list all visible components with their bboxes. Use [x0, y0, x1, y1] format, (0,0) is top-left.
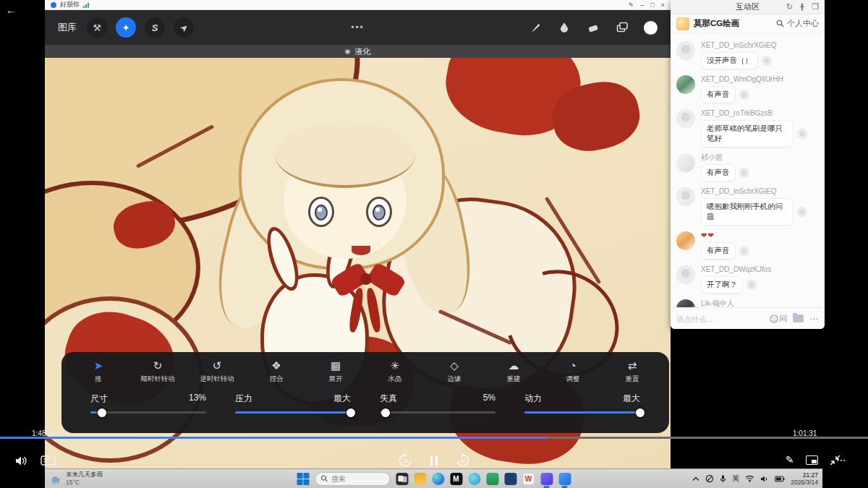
start-button[interactable] — [297, 473, 309, 485]
pip-icon[interactable] — [806, 455, 818, 465]
app-green-icon[interactable] — [486, 473, 498, 485]
player-more-icon[interactable]: ⋯ — [836, 454, 847, 466]
transform-arrow-icon[interactable]: ➤ — [174, 17, 194, 38]
wps-office-icon[interactable]: W — [522, 473, 535, 485]
liquify-tool-twirl-ccw[interactable]: ↺逆时针转动 — [196, 359, 238, 384]
do-not-disturb-icon[interactable] — [705, 474, 714, 483]
artwork-shape — [352, 246, 370, 255]
channel-avatar[interactable] — [676, 17, 689, 30]
video-progress-bar[interactable] — [0, 437, 868, 439]
brush-icon[interactable] — [528, 20, 542, 35]
pause-button[interactable] — [430, 455, 438, 466]
emoji-react-icon[interactable]: ☺ — [739, 90, 749, 100]
slider-knob[interactable] — [346, 408, 355, 417]
app-purple-running-icon[interactable] — [540, 473, 553, 485]
search-icon — [320, 475, 328, 482]
gallery-button[interactable]: 图库 — [58, 21, 77, 34]
avatar[interactable] — [676, 109, 695, 128]
app-navy-icon[interactable] — [504, 473, 516, 485]
refresh-icon[interactable]: ↻ — [786, 2, 793, 12]
momentum-slider[interactable]: 动力最大 — [524, 393, 640, 414]
emoji-react-icon[interactable]: ☺ — [739, 168, 749, 178]
maximize-button[interactable]: □ — [650, 1, 654, 9]
eraser-icon[interactable] — [586, 20, 600, 35]
avatar[interactable] — [676, 75, 695, 94]
toolbar-drag-dots[interactable]: ••• — [351, 22, 365, 33]
artwork-shape — [360, 273, 372, 285]
actions-wrench-icon[interactable]: ⚒ — [87, 17, 107, 38]
layers-icon[interactable] — [615, 20, 629, 35]
liquify-tool-reset[interactable]: ⇄重置 — [611, 359, 653, 384]
quark-browser-icon[interactable] — [468, 473, 480, 485]
clock-time: 21:27 — [791, 471, 818, 479]
danmaku-icon[interactable] — [41, 455, 56, 467]
liquify-tool-twirl-cw[interactable]: ↻顺时针转动 — [137, 359, 179, 384]
chat-input-bar: 问 ⋯ — [671, 307, 825, 329]
color-swatch[interactable] — [644, 21, 658, 35]
forward-30-icon[interactable]: 30 — [455, 453, 471, 468]
taskbar-clock[interactable]: 21:27 2026/3/14 — [791, 471, 818, 486]
minimize-button[interactable]: – — [640, 1, 644, 9]
avatar[interactable] — [676, 231, 695, 250]
message-username: 祁小苗 — [701, 153, 819, 162]
liquify-tool-expand[interactable]: ▦展开 — [315, 359, 357, 384]
microphone-icon[interactable] — [720, 474, 726, 483]
taskbar-search[interactable] — [315, 472, 390, 486]
avatar[interactable] — [676, 187, 695, 206]
close-button[interactable]: × — [661, 1, 665, 9]
profile-link[interactable]: 个人中心 — [787, 18, 819, 29]
app-m-icon[interactable]: M — [450, 473, 462, 485]
wifi-icon[interactable] — [745, 475, 754, 482]
message-bubble: 开了啊？ — [701, 276, 743, 294]
app-logo-icon — [51, 2, 56, 8]
emoji-react-icon[interactable]: ☺ — [739, 246, 749, 256]
tray-chevron-icon[interactable] — [692, 476, 699, 481]
notes-pencil-icon[interactable]: ✎ — [786, 454, 794, 466]
liquify-tool-pinch[interactable]: ❖捏合 — [255, 359, 297, 384]
task-view-icon[interactable] — [396, 473, 408, 485]
annotate-icon[interactable]: ✎ — [629, 1, 634, 9]
emoji-react-icon[interactable]: ☺ — [797, 207, 807, 217]
speaker-icon[interactable] — [760, 475, 769, 483]
slider-knob[interactable] — [636, 408, 644, 417]
smudge-icon[interactable] — [557, 20, 571, 35]
liquify-tool-reconstruct[interactable]: ☁重建 — [493, 359, 535, 384]
chat-input[interactable] — [676, 314, 764, 323]
pin-icon[interactable] — [799, 3, 806, 11]
slider-knob[interactable] — [98, 408, 106, 417]
back-icon[interactable]: ← — [6, 4, 17, 16]
edge-browser-icon[interactable] — [432, 473, 444, 485]
rewind-10-icon[interactable]: 10 — [397, 453, 413, 468]
avatar[interactable] — [676, 265, 695, 284]
liquify-tool-adjust[interactable]: ◔调整 — [552, 359, 594, 384]
weather-widget[interactable]: 未来几天多雨 15°C — [49, 471, 103, 487]
liquify-tool-push[interactable]: ➤推 — [77, 359, 119, 384]
mode-label: 液化 — [354, 46, 370, 57]
chat-message-list[interactable]: XET_DD_inSchrXGiEQ 没开声音（）☺ XET_DD_WmOgQi… — [671, 33, 825, 328]
distortion-slider[interactable]: 失真5% — [380, 393, 495, 414]
battery-icon[interactable] — [775, 476, 785, 482]
emoji-icon — [770, 314, 778, 323]
liquify-tool-crystal[interactable]: ✳水晶 — [374, 359, 416, 384]
taskbar-search-input[interactable] — [331, 475, 382, 483]
emoji-react-icon[interactable]: ☺ — [797, 129, 807, 139]
chat-more-icon[interactable]: ⋯ — [809, 314, 819, 324]
app-blue-running-icon[interactable] — [558, 473, 571, 485]
size-slider[interactable]: 尺寸13% — [90, 393, 206, 414]
ask-question-button[interactable]: 问 — [770, 314, 788, 324]
language-indicator[interactable]: 英 — [732, 474, 739, 484]
folder-icon[interactable] — [793, 314, 804, 322]
volume-icon[interactable] — [14, 455, 28, 467]
slider-knob[interactable] — [381, 408, 390, 417]
file-explorer-icon[interactable] — [414, 473, 426, 485]
adjustments-wand-icon[interactable]: ✦ — [116, 17, 136, 38]
search-icon[interactable] — [776, 20, 784, 27]
selection-icon[interactable]: S — [145, 17, 165, 38]
emoji-react-icon[interactable]: ☺ — [762, 56, 772, 66]
popout-icon[interactable]: ❐ — [812, 2, 819, 12]
pressure-slider[interactable]: 压力最大 — [235, 393, 351, 414]
avatar[interactable] — [676, 153, 695, 172]
emoji-react-icon[interactable]: ☺ — [746, 280, 757, 290]
avatar[interactable] — [676, 41, 695, 60]
liquify-tool-edge[interactable]: ◇边缘 — [433, 359, 475, 384]
